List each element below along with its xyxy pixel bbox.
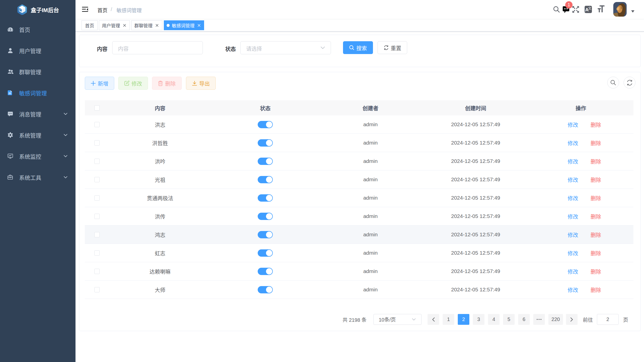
- svg-text:文: 文: [588, 6, 591, 10]
